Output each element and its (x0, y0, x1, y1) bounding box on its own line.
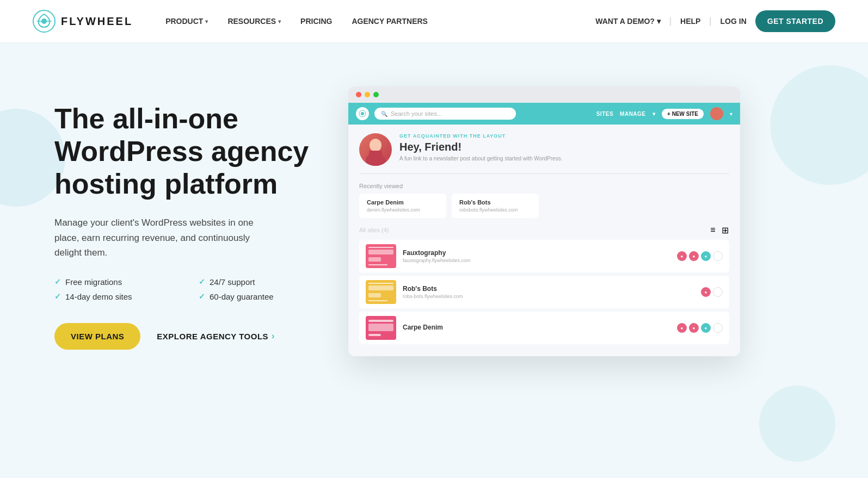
view-plans-button[interactable]: VIEW PLANS (54, 323, 140, 350)
hero-subtitle: Manage your client's WordPress websites … (54, 215, 261, 260)
explore-agency-tools-link[interactable]: EXPLORE AGENCY TOOLS › (157, 331, 275, 341)
welcome-subtext: GET ACQUAINTED WITH THE LAYOUT (399, 133, 562, 139)
check-icon-1: ✓ (54, 277, 61, 286)
dashboard-search[interactable]: 🔍 Search your sites... (374, 108, 516, 120)
nav-demo-link[interactable]: WANT A DEMO? ▾ (595, 17, 661, 26)
hero-right: 🔍 Search your sites... SITES MANAGE ▾ + … (348, 86, 835, 356)
site-action-2b[interactable] (713, 287, 723, 297)
site-name-3: Carpe Denim (403, 324, 670, 331)
grid-view-icon[interactable]: ⊞ (721, 226, 729, 234)
search-icon: 🔍 (381, 111, 387, 117)
nav-agency-partners[interactable]: AGENCY PARTNERS (352, 17, 428, 26)
manage-label: MANAGE (620, 111, 645, 117)
browser-maximize-dot (373, 92, 379, 97)
site-info-1: Fauxtography fauxtography.flywheelsites.… (403, 249, 670, 263)
recent-card-2-url: robsbots.flywheelsites.com (459, 207, 531, 213)
view-icons: ≡ ⊞ (709, 226, 729, 234)
hero-title: The all-in-one WordPress agency hosting … (54, 103, 327, 200)
recent-card-1-url: denim.flywheelsites.com (367, 207, 439, 213)
check-icon-2: ✓ (199, 277, 205, 286)
svg-point-4 (370, 139, 381, 152)
nav-links: PRODUCT ▾ RESOURCES ▾ PRICING AGENCY PAR… (165, 17, 595, 26)
site-action-1c[interactable]: ● (701, 251, 711, 261)
avatar-chevron-icon: ▾ (730, 111, 732, 117)
sites-label: SITES (596, 111, 613, 117)
new-site-button[interactable]: + NEW SITE (662, 109, 704, 119)
dash-nav-right: SITES MANAGE ▾ + NEW SITE ▾ (596, 107, 732, 120)
feature-label-4: 60-day guarantee (210, 292, 274, 301)
site-row-fauxtography[interactable]: Fauxtography fauxtography.flywheelsites.… (359, 240, 729, 272)
dash-logo-icon (356, 107, 369, 120)
nav-divider: | (669, 16, 672, 26)
cta-row: VIEW PLANS EXPLORE AGENCY TOOLS › (54, 323, 327, 350)
all-sites-count: (4) (381, 227, 389, 233)
site-row-robs-bots[interactable]: Rob's Bots robs-bots.flywheelsites.com ● (359, 276, 729, 308)
site-action-1d[interactable] (713, 251, 723, 261)
list-view-icon[interactable]: ≡ (709, 226, 717, 234)
site-action-1b[interactable]: ● (689, 251, 699, 261)
recent-card-2[interactable]: Rob's Bots robsbots.flywheelsites.com (452, 194, 539, 218)
feature-247-support: ✓ 24/7 support (199, 277, 327, 287)
search-placeholder: Search your sites... (391, 110, 442, 117)
site-action-2a[interactable]: ● (701, 287, 711, 297)
check-icon-3: ✓ (54, 292, 61, 301)
nav-resources[interactable]: RESOURCES ▾ (227, 17, 281, 26)
welcome-avatar (359, 133, 392, 166)
site-action-3b[interactable]: ● (689, 323, 699, 333)
site-actions-2: ● (701, 287, 723, 297)
nav-help-link[interactable]: HELP (680, 17, 700, 26)
site-action-1a[interactable]: ● (677, 251, 687, 261)
nav-pricing[interactable]: PRICING (300, 17, 332, 26)
site-actions-3: ● ● ● (677, 323, 723, 333)
svg-rect-6 (369, 151, 382, 156)
feature-label-2: 24/7 support (210, 277, 255, 287)
feature-list: ✓ Free migrations ✓ 24/7 support ✓ 14-da… (54, 277, 327, 301)
resources-chevron-icon: ▾ (278, 18, 281, 24)
nav-login-link[interactable]: LOG IN (721, 17, 747, 26)
site-thumb-1 (366, 244, 396, 268)
feature-label-3: 14-day demo sites (65, 292, 132, 301)
site-url-1: fauxtography.flywheelsites.com (403, 258, 670, 263)
logo-link[interactable]: FLYWHEEL (33, 10, 133, 33)
recently-viewed-section: Recently viewed Carpe Denim denim.flywhe… (359, 183, 729, 218)
feature-demo-sites: ✓ 14-day demo sites (54, 292, 182, 301)
site-action-3d[interactable] (713, 323, 723, 333)
nav-divider2: | (709, 16, 711, 26)
recent-card-1[interactable]: Carpe Denim denim.flywheelsites.com (359, 194, 446, 218)
brand-name: FLYWHEEL (61, 15, 133, 28)
manage-chevron-icon: ▾ (652, 111, 656, 117)
recent-cards: Carpe Denim denim.flywheelsites.com Rob'… (359, 194, 729, 218)
all-sites-section: All sites (4) ≡ ⊞ (359, 226, 729, 344)
main-content: The all-in-one WordPress agency hosting … (0, 43, 868, 378)
site-info-2: Rob's Bots robs-bots.flywheelsites.com (403, 285, 694, 299)
site-info-3: Carpe Denim (403, 324, 670, 332)
main-nav: FLYWHEEL PRODUCT ▾ RESOURCES ▾ PRICING A… (0, 0, 868, 43)
recent-card-1-name: Carpe Denim (367, 199, 439, 206)
site-row-carpe-denim[interactable]: Carpe Denim ● ● ● (359, 312, 729, 344)
dashboard-body: GET ACQUAINTED WITH THE LAYOUT Hey, Frie… (348, 125, 740, 356)
nav-right: WANT A DEMO? ▾ | HELP | LOG IN GET START… (595, 10, 835, 32)
hero-left: The all-in-one WordPress agency hosting … (54, 86, 327, 350)
site-name-1: Fauxtography (403, 249, 670, 257)
site-action-3a[interactable]: ● (677, 323, 687, 333)
site-url-2: robs-bots.flywheelsites.com (403, 294, 694, 299)
nav-product[interactable]: PRODUCT ▾ (165, 17, 208, 26)
welcome-desc: A fun link to a newslatter post about ge… (399, 156, 562, 162)
welcome-banner: GET ACQUAINTED WITH THE LAYOUT Hey, Frie… (359, 133, 729, 174)
bg-decoration-bottom (759, 386, 835, 462)
svg-point-2 (361, 112, 364, 115)
browser-close-dot (356, 92, 361, 97)
recent-card-2-name: Rob's Bots (459, 199, 531, 206)
new-site-label: + NEW SITE (667, 111, 698, 117)
dashboard: 🔍 Search your sites... SITES MANAGE ▾ + … (348, 103, 740, 356)
all-sites-header: All sites (4) ≡ ⊞ (359, 226, 729, 234)
feature-label-1: Free migrations (65, 277, 122, 287)
dashboard-topbar: 🔍 Search your sites... SITES MANAGE ▾ + … (348, 103, 740, 125)
site-action-3c[interactable]: ● (701, 323, 711, 333)
user-avatar (710, 107, 723, 120)
welcome-text: GET ACQUAINTED WITH THE LAYOUT Hey, Frie… (399, 133, 562, 162)
logo-icon (33, 10, 56, 33)
browser-mockup: 🔍 Search your sites... SITES MANAGE ▾ + … (348, 86, 740, 356)
get-started-button[interactable]: GET STARTED (755, 10, 835, 32)
site-thumb-3 (366, 316, 396, 340)
